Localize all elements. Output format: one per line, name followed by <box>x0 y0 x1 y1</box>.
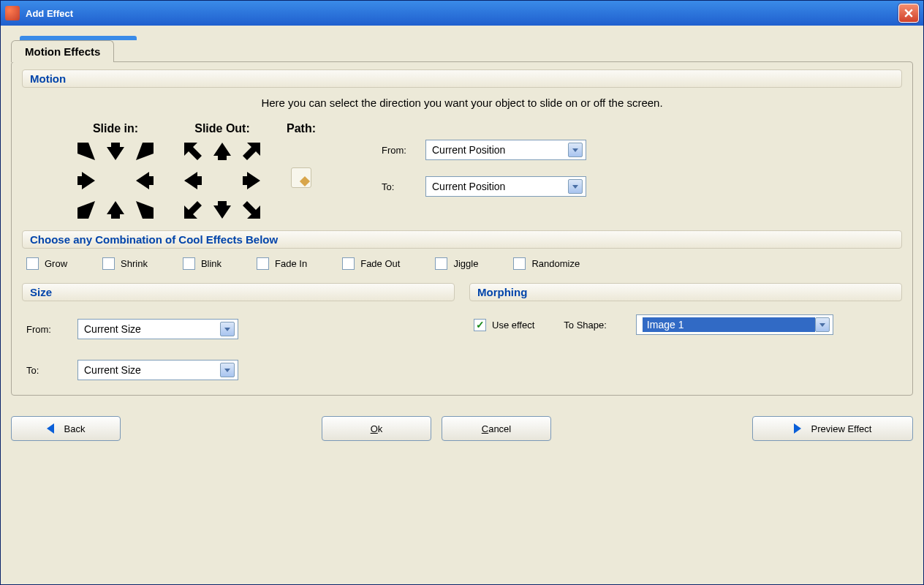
motion-to-dropdown[interactable]: Current Position <box>425 176 586 197</box>
slide-out-bottom[interactable] <box>209 197 235 223</box>
size-from-label: From: <box>26 324 77 335</box>
motion-from-label: From: <box>382 145 425 156</box>
checkbox-icon <box>435 257 447 270</box>
svg-marker-0 <box>77 143 95 160</box>
window-title: Add Effect <box>26 8 73 19</box>
section-size-header: Size <box>22 283 455 301</box>
slide-in-top-left[interactable] <box>73 138 99 165</box>
checkbox-jiggle[interactable]: Jiggle <box>435 257 478 270</box>
svg-marker-7 <box>136 201 154 219</box>
svg-marker-13 <box>184 201 202 219</box>
checkbox-blink[interactable]: Blink <box>183 257 221 270</box>
chevron-down-icon <box>220 322 235 336</box>
checkbox-icon <box>183 257 195 270</box>
svg-marker-4 <box>136 172 154 189</box>
svg-marker-12 <box>243 172 260 189</box>
svg-marker-15 <box>243 201 260 219</box>
svg-marker-9 <box>213 143 231 160</box>
svg-marker-6 <box>107 201 124 219</box>
size-from-value: Current Size <box>84 323 220 335</box>
to-shape-value: Image 1 <box>643 317 815 332</box>
slide-out-top[interactable] <box>209 138 235 165</box>
svg-marker-19 <box>224 369 230 372</box>
slide-out-bottom-left[interactable] <box>180 197 206 223</box>
slide-in-label: Slide in: <box>73 122 158 135</box>
checkbox-shrink[interactable]: Shrink <box>102 257 148 270</box>
svg-marker-16 <box>572 148 578 152</box>
slide-out-grid <box>180 138 265 223</box>
chevron-down-icon <box>815 317 830 332</box>
size-to-value: Current Size <box>84 364 220 376</box>
checkbox-icon <box>257 257 269 270</box>
chevron-down-icon <box>568 179 583 194</box>
slide-out-top-right[interactable] <box>238 138 265 165</box>
path-label: Path: <box>287 122 316 135</box>
slide-in-bottom-right[interactable] <box>132 197 158 223</box>
checkbox-icon <box>342 257 355 270</box>
slide-in-left[interactable] <box>73 167 99 194</box>
path-edit-icon[interactable] <box>291 167 311 188</box>
svg-marker-1 <box>107 143 124 160</box>
section-effects-header: Choose any Combination of Cool Effects B… <box>22 230 902 249</box>
checkbox-icon <box>102 257 115 270</box>
svg-marker-10 <box>243 143 260 160</box>
chevron-down-icon <box>568 143 583 157</box>
motion-to-label: To: <box>382 181 425 192</box>
preview-effect-button[interactable]: Preview Effect <box>752 416 913 441</box>
slide-out-right[interactable] <box>238 167 265 194</box>
svg-marker-14 <box>213 201 231 219</box>
slide-in-bottom[interactable] <box>102 197 129 223</box>
slide-in-right[interactable] <box>132 167 158 194</box>
close-button[interactable] <box>898 4 919 23</box>
checkbox-fade-in[interactable]: Fade In <box>257 257 307 270</box>
svg-marker-11 <box>184 172 202 189</box>
motion-from-dropdown[interactable]: Current Position <box>425 140 586 160</box>
titlebar: Add Effect <box>1 1 923 26</box>
play-icon <box>794 423 801 434</box>
to-shape-dropdown[interactable]: Image 1 <box>636 314 833 335</box>
svg-marker-3 <box>77 172 95 189</box>
svg-marker-18 <box>224 328 230 331</box>
checkbox-fade-out[interactable]: Fade Out <box>342 257 400 270</box>
svg-marker-17 <box>572 185 578 189</box>
size-to-label: To: <box>26 365 77 376</box>
slide-out-top-left[interactable] <box>180 138 206 165</box>
size-from-dropdown[interactable]: Current Size <box>77 319 238 339</box>
ok-button[interactable]: Ok <box>322 416 431 441</box>
section-motion-header: Motion <box>22 69 902 88</box>
chevron-down-icon <box>220 363 235 377</box>
slide-out-label: Slide Out: <box>180 122 265 135</box>
svg-marker-8 <box>184 143 202 160</box>
slide-out-bottom-right[interactable] <box>238 197 265 223</box>
slide-in-bottom-left[interactable] <box>73 197 99 223</box>
slide-out-left[interactable] <box>180 167 206 194</box>
cancel-button[interactable]: Cancel <box>442 416 551 441</box>
slide-out-center <box>209 167 235 194</box>
motion-description: Here you can select the direction you wa… <box>22 97 902 109</box>
size-to-dropdown[interactable]: Current Size <box>77 360 238 380</box>
checkbox-randomize[interactable]: Randomize <box>513 257 580 270</box>
tab-motion-effects[interactable]: Motion Effects <box>11 40 114 62</box>
checkbox-icon <box>26 257 39 270</box>
checkbox-use-effect[interactable]: Use effect <box>474 319 534 331</box>
slide-in-top[interactable] <box>102 138 129 165</box>
checkbox-icon <box>513 257 526 270</box>
slide-in-center <box>102 167 129 194</box>
svg-marker-2 <box>136 143 154 160</box>
app-icon <box>5 6 20 20</box>
motion-to-value: Current Position <box>432 181 568 192</box>
slide-in-grid <box>73 138 158 223</box>
back-button[interactable]: Back <box>11 416 121 441</box>
section-morphing-header: Morphing <box>469 283 902 301</box>
to-shape-label: To Shape: <box>564 320 607 331</box>
slide-in-top-right[interactable] <box>132 138 158 165</box>
checkbox-grow[interactable]: Grow <box>26 257 67 270</box>
checkbox-icon <box>474 319 486 331</box>
svg-marker-20 <box>819 323 825 327</box>
svg-marker-5 <box>77 201 95 219</box>
motion-from-value: Current Position <box>432 144 568 156</box>
arrow-left-icon <box>47 423 54 434</box>
